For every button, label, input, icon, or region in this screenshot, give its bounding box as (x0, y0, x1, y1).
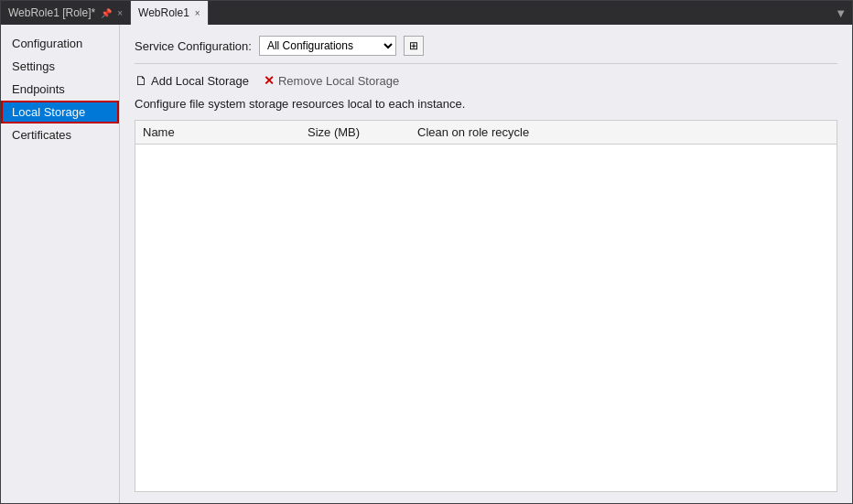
sidebar-item-local-storage[interactable]: Local Storage (1, 101, 119, 123)
tab-pin-icon: 📌 (101, 8, 112, 18)
sidebar-item-certificates[interactable]: Certificates (1, 123, 119, 146)
service-config-select[interactable]: All Configurations Cloud Local (259, 36, 396, 56)
storage-table: Name Size (MB) Clean on role recycle (135, 120, 837, 492)
sidebar: Configuration Settings Endpoints Local S… (1, 25, 120, 503)
service-config-row: Service Configuration: All Configuration… (135, 36, 837, 64)
tab-bar: WebRole1 [Role]* 📌 × WebRole1 × ▼ (1, 1, 852, 25)
column-header-size: Size (MB) (300, 121, 410, 144)
tab-active-close-icon[interactable]: × (195, 8, 200, 18)
toolbar: 🗋 Add Local Storage ✕ Remove Local Stora… (135, 73, 837, 88)
sidebar-item-configuration[interactable]: Configuration (1, 32, 119, 55)
remove-local-storage-label: Remove Local Storage (278, 74, 399, 88)
tab-webrole1[interactable]: WebRole1 × (131, 1, 209, 25)
add-local-storage-button[interactable]: 🗋 Add Local Storage (135, 73, 249, 88)
description-text: Configure file system storage resources … (135, 97, 837, 111)
column-header-clean: Clean on role recycle (410, 121, 837, 144)
service-config-icon-button[interactable]: ⊞ (404, 36, 424, 56)
app-window: WebRole1 [Role]* 📌 × WebRole1 × ▼ Config… (0, 0, 853, 504)
service-config-label: Service Configuration: (135, 39, 252, 53)
tab-close-icon[interactable]: × (117, 8, 123, 18)
tab-dropdown-button[interactable]: ▼ (829, 1, 852, 25)
content-panel: Service Configuration: All Configuration… (120, 25, 852, 503)
tab-label-modified: WebRole1 [Role]* (8, 6, 95, 19)
main-area: Configuration Settings Endpoints Local S… (1, 25, 852, 503)
column-header-name: Name (135, 121, 300, 144)
add-local-storage-label: Add Local Storage (151, 74, 249, 88)
tab-active-label: WebRole1 (138, 6, 189, 19)
table-body (135, 145, 837, 401)
add-storage-icon: 🗋 (135, 73, 147, 88)
table-header: Name Size (MB) Clean on role recycle (135, 121, 837, 145)
tab-webrole1-role[interactable]: WebRole1 [Role]* 📌 × (1, 1, 131, 25)
config-action-icon: ⊞ (409, 39, 418, 52)
chevron-down-icon: ▼ (835, 6, 847, 20)
remove-local-storage-button[interactable]: ✕ Remove Local Storage (264, 73, 399, 88)
sidebar-item-settings[interactable]: Settings (1, 55, 119, 78)
remove-storage-icon: ✕ (264, 73, 275, 88)
sidebar-item-endpoints[interactable]: Endpoints (1, 78, 119, 101)
